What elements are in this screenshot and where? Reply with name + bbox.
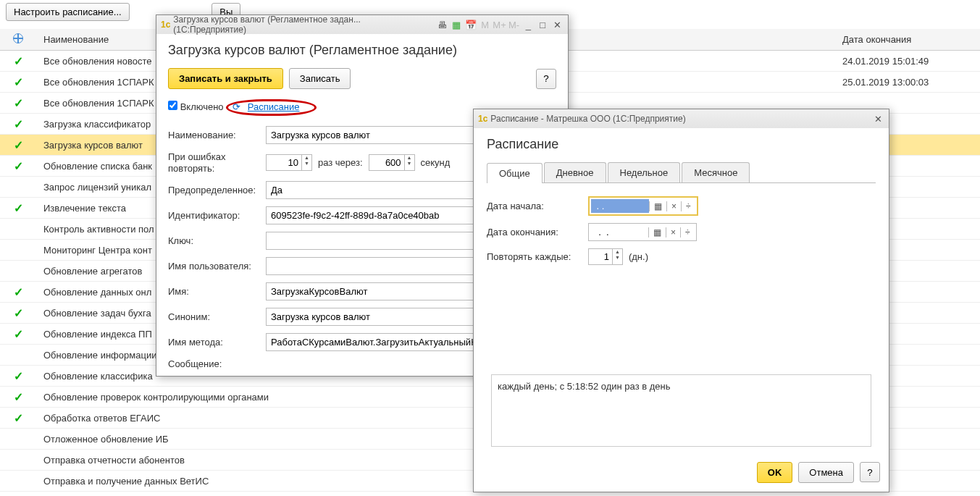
- dialog2-title: Расписание - Матрешка ООО (1С:Предприяти…: [490, 114, 685, 124]
- dialog2-titlebar[interactable]: 1c Расписание - Матрешка ООО (1С:Предпри…: [474, 109, 889, 128]
- check-icon: ✓: [14, 391, 23, 403]
- check-icon: ✓: [14, 139, 23, 151]
- minimize-icon[interactable]: _: [522, 18, 535, 31]
- lbl-method: Имя метода:: [168, 337, 266, 348]
- lbl-sec: секунд: [421, 157, 451, 168]
- spin-down-icon[interactable]: ▼: [613, 255, 622, 261]
- print-icon[interactable]: 🖶: [435, 18, 448, 31]
- status-cell: ✓: [0, 201, 36, 215]
- check-icon: ✓: [14, 97, 23, 109]
- lbl-id: Идентификатор:: [168, 210, 266, 221]
- help-button[interactable]: ?: [860, 462, 880, 482]
- lbl-days: (дн.): [629, 251, 648, 262]
- calendar-icon[interactable]: 📅: [464, 18, 477, 31]
- enabled-label: Включено: [180, 101, 224, 112]
- schedule-dialog: 1c Расписание - Матрешка ООО (1С:Предпри…: [473, 109, 889, 492]
- end-date-input[interactable]: [590, 225, 648, 239]
- schedule-summary: каждый день; c 5:18:52 один раз в день: [491, 374, 871, 447]
- m-plus-icon[interactable]: M+: [493, 18, 506, 31]
- lbl-msg: Сообщение:: [168, 358, 266, 369]
- close-icon[interactable]: ✕: [550, 18, 564, 31]
- status-cell: ✓: [0, 159, 36, 173]
- lbl-user: Имя пользователя:: [168, 261, 266, 272]
- calc-icon[interactable]: ▦: [450, 18, 463, 31]
- lbl-syn: Синоним:: [168, 311, 266, 322]
- lbl-iname: Имя:: [168, 286, 266, 297]
- lbl-times: раз через:: [318, 157, 363, 168]
- enabled-checkbox[interactable]: [168, 101, 177, 110]
- check-icon: ✓: [14, 307, 23, 319]
- spin-down-icon[interactable]: ▼: [302, 161, 311, 167]
- spin-up-icon[interactable]: ▲: [405, 155, 414, 161]
- lbl-end-date: Дата окончания:: [487, 227, 588, 238]
- help-button[interactable]: ?: [536, 69, 556, 89]
- lbl-key: Ключ:: [168, 235, 266, 246]
- check-icon: ✓: [14, 55, 23, 67]
- dialog-heading: Загрузка курсов валют (Регламентное зада…: [168, 43, 556, 58]
- check-icon: ✓: [14, 76, 23, 88]
- schedule-link[interactable]: Расписание: [248, 101, 300, 112]
- calendar-icon[interactable]: ▦: [648, 227, 666, 238]
- spin-up-icon[interactable]: ▲: [613, 249, 622, 255]
- retry-sec-input[interactable]: [369, 155, 404, 170]
- date-cell: 24.01.2019 15:01:49: [835, 56, 980, 67]
- tab-weekly[interactable]: Недельное: [608, 162, 681, 182]
- spin-icon[interactable]: ÷: [681, 201, 695, 211]
- date-cell: 25.01.2019 13:00:03: [835, 77, 980, 88]
- check-icon: ✓: [14, 328, 23, 340]
- tab-monthly[interactable]: Месячное: [682, 162, 750, 182]
- check-icon: ✓: [14, 160, 23, 172]
- clear-icon[interactable]: ×: [666, 201, 681, 211]
- app-icon: 1c: [161, 20, 170, 30]
- status-cell: ✓: [0, 75, 36, 89]
- dialog-titlebar[interactable]: 1c Загрузка курсов валют (Регламентное з…: [156, 15, 568, 34]
- spin-down-icon[interactable]: ▼: [405, 161, 414, 167]
- status-cell: ✓: [0, 390, 36, 404]
- retry-count-input[interactable]: [267, 155, 301, 170]
- highlight-circle: ⟳ Расписание: [226, 99, 316, 116]
- lbl-retry: При ошибках повторять:: [168, 151, 266, 174]
- cancel-button[interactable]: Отмена: [798, 462, 854, 483]
- clear-icon[interactable]: ×: [666, 227, 680, 238]
- globe-icon: [13, 33, 23, 43]
- tab-common[interactable]: Общие: [487, 163, 543, 183]
- repeat-input[interactable]: [589, 249, 612, 264]
- lbl-predef: Предопределенное:: [168, 185, 266, 196]
- status-cell: ✓: [0, 306, 36, 320]
- status-cell: ✓: [0, 54, 36, 68]
- status-cell: ✓: [0, 327, 36, 341]
- app-icon: 1c: [478, 114, 487, 124]
- lbl-start-date: Дата начала:: [487, 201, 588, 211]
- status-cell: ✓: [0, 96, 36, 110]
- ok-button[interactable]: OK: [757, 462, 793, 483]
- status-cell: ✓: [0, 411, 36, 425]
- dialog2-heading: Расписание: [487, 137, 876, 152]
- status-cell: ✓: [0, 285, 36, 299]
- calendar-icon[interactable]: ▦: [649, 201, 666, 211]
- check-icon: ✓: [14, 286, 23, 298]
- header-status: [0, 33, 36, 46]
- check-icon: ✓: [14, 412, 23, 424]
- m-icon[interactable]: M: [479, 18, 492, 31]
- check-icon: ✓: [14, 370, 23, 382]
- check-icon: ✓: [14, 118, 23, 130]
- check-icon: ✓: [14, 202, 23, 214]
- close-icon[interactable]: ✕: [871, 112, 884, 125]
- status-cell: ✓: [0, 369, 36, 383]
- lbl-name: Наименование:: [168, 130, 266, 140]
- dialog-title: Загрузка курсов валют (Регламентное зада…: [173, 14, 434, 35]
- tab-daily[interactable]: Дневное: [544, 162, 606, 182]
- save-button[interactable]: Записать: [289, 68, 351, 89]
- status-cell: ✓: [0, 138, 36, 152]
- save-close-button[interactable]: Записать и закрыть: [168, 68, 283, 89]
- lbl-repeat: Повторять каждые:: [487, 251, 588, 262]
- start-date-input[interactable]: [591, 199, 649, 213]
- header-date[interactable]: Дата окончания: [835, 34, 980, 45]
- spin-up-icon[interactable]: ▲: [302, 155, 311, 161]
- maximize-icon[interactable]: □: [536, 18, 549, 31]
- status-cell: ✓: [0, 117, 36, 131]
- m-minus-icon[interactable]: M-: [508, 18, 521, 31]
- configure-schedule-button[interactable]: Настроить расписание...: [6, 3, 130, 21]
- spin-icon[interactable]: ÷: [680, 227, 695, 238]
